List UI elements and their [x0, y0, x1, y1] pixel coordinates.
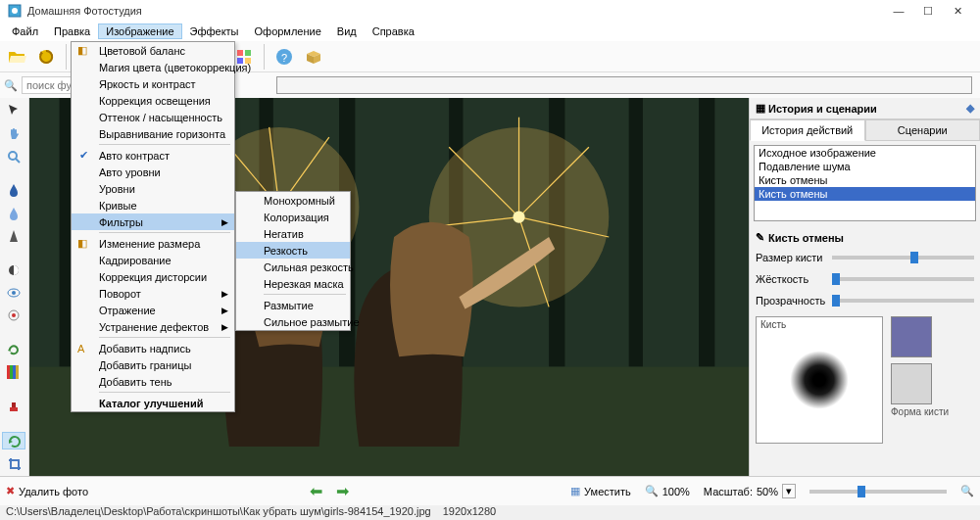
menu-item[interactable]: Кадрирование: [72, 252, 234, 268]
svg-point-61: [513, 212, 524, 223]
menu-item[interactable]: Негатив: [236, 225, 350, 242]
color-swatch[interactable]: [891, 316, 932, 357]
menu-item[interactable]: Сильная резкость: [236, 259, 350, 275]
zoom-in-button[interactable]: 🔍: [960, 485, 974, 497]
box-button[interactable]: [301, 44, 326, 70]
menu-help[interactable]: Справка: [365, 24, 422, 39]
svg-rect-15: [245, 50, 251, 56]
menu-file[interactable]: Файл: [4, 24, 46, 39]
tab-history[interactable]: История действий: [750, 119, 865, 141]
menu-image[interactable]: Изображение: [98, 24, 181, 39]
menu-item[interactable]: Колоризация: [236, 209, 350, 225]
app-icon: [8, 4, 22, 18]
menu-item[interactable]: Поворот▶: [72, 285, 234, 302]
minimize-button[interactable]: —: [884, 5, 913, 17]
history-item[interactable]: Кисть отмены: [755, 173, 975, 187]
menu-edit[interactable]: Правка: [46, 24, 98, 39]
dropdown-icon[interactable]: ▾: [782, 484, 796, 498]
open-button[interactable]: [4, 44, 29, 70]
menu-item[interactable]: Авто уровни: [72, 164, 234, 180]
blur-tool[interactable]: [2, 181, 25, 198]
pointer-tool[interactable]: [2, 102, 25, 118]
record-tool[interactable]: [2, 307, 25, 324]
menu-item[interactable]: Кривые: [72, 197, 234, 213]
menu-item[interactable]: Уровни: [72, 180, 234, 197]
menu-item[interactable]: Коррекция освещения: [72, 92, 234, 109]
svg-rect-29: [10, 365, 13, 379]
sharpen-tool[interactable]: [2, 227, 25, 244]
brush-preview: Кисть: [756, 316, 883, 444]
adjust-tool[interactable]: [2, 261, 25, 278]
rotate-tool[interactable]: [2, 341, 25, 357]
menu-effects[interactable]: Эффекты: [182, 24, 247, 39]
menu-item[interactable]: Фильтры▶: [72, 213, 234, 230]
undo-brush-tool[interactable]: [2, 432, 25, 449]
menu-item[interactable]: Выравнивание горизонта: [72, 125, 234, 142]
delete-photo-button[interactable]: ✖ Удалить фото: [6, 485, 88, 497]
blur2-tool[interactable]: [2, 205, 25, 221]
menu-item[interactable]: Магия цвета (цветокоррекция): [72, 59, 234, 75]
menu-item[interactable]: Сильное размытие: [236, 313, 350, 330]
file-path: C:\Users\Владелец\Desktop\Работа\скриншо…: [6, 505, 431, 520]
zoom-tool[interactable]: [2, 148, 25, 165]
fit-button[interactable]: ▦ Уместить: [570, 485, 631, 497]
slider-hardness[interactable]: Жёсткость: [756, 273, 974, 285]
history-item[interactable]: Исходное изображение: [755, 146, 975, 160]
menu-item[interactable]: Добавить тень: [72, 373, 234, 390]
close-button[interactable]: ✕: [943, 5, 972, 18]
filters-submenu[interactable]: МонохромныйКолоризацияНегативРезкостьСил…: [235, 191, 351, 331]
menu-item[interactable]: Оттенок / насыщенность: [72, 109, 234, 125]
history-item[interactable]: Подавление шума: [755, 160, 975, 173]
revert-button[interactable]: [33, 44, 59, 70]
fit-icon: ▦: [570, 485, 580, 497]
svg-point-24: [12, 291, 16, 295]
titlebar: Домашняя Фотостудия — ☐ ✕: [0, 0, 980, 22]
right-panel: ▦ История и сценарии ◆ История действий …: [749, 98, 980, 476]
zoom-slider[interactable]: [809, 490, 947, 494]
menu-item[interactable]: ◧Изменение размера: [72, 235, 234, 252]
menu-item[interactable]: Резкость: [236, 242, 350, 259]
svg-rect-33: [12, 402, 16, 407]
svg-line-21: [16, 159, 20, 163]
slider-size[interactable]: Размер кисти: [756, 252, 974, 263]
menu-item[interactable]: ✔Авто контраст: [72, 147, 234, 164]
menu-view[interactable]: Вид: [329, 24, 365, 39]
help-button[interactable]: ?: [271, 44, 297, 70]
menu-item[interactable]: Устранение дефектов▶: [72, 318, 234, 335]
menu-item[interactable]: ◧Цветовой баланс: [72, 42, 234, 59]
tab-scenarios[interactable]: Сценарии: [865, 119, 981, 141]
shape-swatch[interactable]: [891, 363, 932, 404]
maximize-button[interactable]: ☐: [913, 5, 943, 18]
menu-item[interactable]: Добавить границы: [72, 356, 234, 373]
menu-item[interactable]: Коррекция дисторсии: [72, 268, 234, 285]
menu-design[interactable]: Оформление: [247, 24, 329, 39]
slider-opacity[interactable]: Прозрачность: [756, 295, 974, 307]
menu-item[interactable]: Отражение▶: [72, 302, 234, 318]
history-panel-title: История и сценарии: [768, 103, 877, 115]
menu-item[interactable]: Каталог улучшений: [72, 395, 234, 411]
menu-item[interactable]: Яркость и контраст: [72, 75, 234, 92]
brush-section-title: Кисть отмены: [768, 232, 844, 244]
image-menu-dropdown[interactable]: ◧Цветовой балансМагия цвета (цветокоррек…: [71, 41, 235, 412]
crop-tool[interactable]: [2, 455, 25, 472]
hand-tool[interactable]: [2, 124, 25, 141]
menu-item[interactable]: Монохромный: [236, 192, 350, 209]
menubar: Файл Правка Изображение Эффекты Оформлен…: [0, 22, 980, 41]
thumbnail-strip[interactable]: [276, 76, 972, 94]
history-item[interactable]: Кисть отмены: [755, 187, 975, 201]
tool-sidebar: [0, 98, 29, 476]
stamp-tool[interactable]: [2, 398, 25, 414]
brush-section-icon: ✎: [756, 231, 764, 244]
history-list[interactable]: Исходное изображение Подавление шума Кис…: [754, 145, 976, 221]
next-button[interactable]: ➡: [336, 482, 349, 500]
menu-item[interactable]: Нерезкая маска: [236, 275, 350, 292]
panel-menu-icon[interactable]: ◆: [966, 102, 974, 115]
menu-item[interactable]: AДобавить надпись: [72, 340, 234, 356]
eye-tool[interactable]: [2, 284, 25, 301]
prev-button[interactable]: ⬅: [310, 482, 322, 500]
menu-item[interactable]: Размытие: [236, 297, 350, 313]
image-dimensions: 1920x1280: [443, 505, 496, 520]
zoom-scale[interactable]: Масштаб: 50% ▾: [704, 484, 796, 498]
zoom-100-button[interactable]: 🔍 100%: [645, 485, 690, 497]
color-tool[interactable]: [2, 364, 25, 381]
